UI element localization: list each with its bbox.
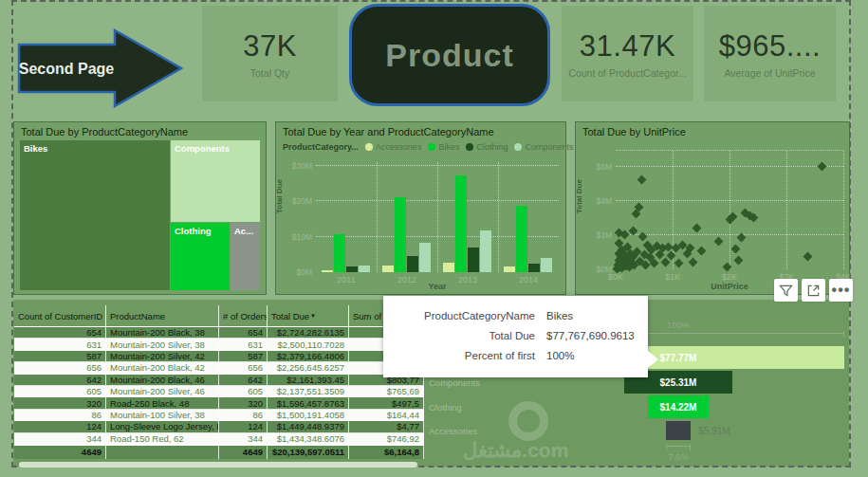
kpi-label: Count of ProductCategor...: [568, 67, 686, 79]
table-cell: Mountain-200 Black, 46: [106, 375, 219, 385]
bar-y-axis-label: Total Due: [275, 179, 284, 213]
kpi-value: $965....: [719, 29, 821, 64]
legend-item-clothing[interactable]: Clothing: [466, 142, 508, 152]
table-row[interactable]: 124Long-Sleeve Logo Jersey, L124$1,449,4…: [14, 421, 424, 432]
bar-chart-legend: ProductCategory... AccessoriesBikesCloth…: [283, 142, 573, 152]
table-cell: Mountain-200 Black, 38: [106, 327, 219, 338]
funnel-bar-clothing[interactable]: $14.22M: [648, 395, 709, 418]
bar-components-2012[interactable]: [419, 243, 431, 272]
col-header-productname[interactable]: ProductName: [106, 305, 219, 326]
bar-clothing-2013[interactable]: [468, 248, 479, 272]
table-row[interactable]: 86Mountain-100 Silver, 3886$1,500,191.40…: [14, 410, 424, 421]
bar-accessories-2011[interactable]: [322, 270, 333, 272]
table-cell: $2,500,110.7028: [268, 339, 349, 349]
table-cell: 642: [219, 375, 268, 385]
legend-item-components[interactable]: Components: [514, 142, 573, 152]
table-cell: $1,449,448.9379: [268, 421, 349, 431]
bar-components-2014[interactable]: [541, 258, 552, 272]
kpi-card-avg-unitprice[interactable]: $965.... Average of UnitPrice: [704, 6, 836, 101]
bar-x-axis-label: Year: [316, 282, 559, 291]
bar-bikes-2012[interactable]: [395, 197, 406, 272]
legend-item-bikes[interactable]: Bikes: [428, 142, 459, 152]
tooltip-value: $77,767,690.9613: [546, 326, 638, 346]
table-horizontal-scrollbar[interactable]: [19, 462, 417, 468]
tooltip-label: ProductCategoryName: [393, 306, 535, 326]
scatter-point[interactable]: [667, 251, 676, 261]
table-cell: 631: [14, 339, 106, 349]
legend-dot-icon: [365, 143, 373, 151]
scatter-title: Total Due by UnitPrice: [582, 126, 686, 138]
table-cell: $164,44: [349, 410, 424, 420]
table-cell: $2,379,166.4806: [268, 351, 349, 361]
treemap-visual: Total Due by ProductCategoryName Bikes C…: [13, 121, 267, 295]
table-row[interactable]: 587Mountain-200 Silver, 42587$2,379,166.…: [14, 351, 424, 362]
treemap-tile-components[interactable]: Components: [171, 140, 260, 222]
bar-accessories-2014[interactable]: [504, 266, 515, 272]
kpi-card-category-count[interactable]: 31.47K Count of ProductCategor...: [562, 6, 693, 101]
bar-components-2011[interactable]: [359, 266, 370, 272]
product-page-button[interactable]: Product: [349, 4, 550, 106]
bar-components-2013[interactable]: [480, 230, 491, 273]
table-cell: 587: [14, 351, 106, 361]
treemap-title: Total Due by ProductCategoryName: [21, 126, 188, 138]
bar-bikes-2011[interactable]: [334, 234, 345, 272]
table-row[interactable]: 642Mountain-200 Black, 46642$2,161,393.4…: [14, 375, 424, 386]
treemap-tile-clothing[interactable]: Clothing: [171, 223, 230, 290]
table-cell: $2,137,551.3509: [268, 386, 349, 396]
tooltip-pointer: [648, 351, 658, 368]
treemap-tile-bikes[interactable]: Bikes: [20, 140, 170, 290]
scatter-point[interactable]: [637, 231, 647, 241]
table-row[interactable]: 654Mountain-200 Black, 38654$2,724,282.6…: [14, 327, 424, 339]
col-header-orders[interactable]: # of Orders: [219, 305, 268, 326]
bar-bikes-2014[interactable]: [516, 206, 527, 272]
scatter-point[interactable]: [696, 246, 706, 255]
sort-descending-icon: ▾: [311, 312, 315, 320]
scatter-point[interactable]: [674, 259, 683, 268]
scatter-point[interactable]: [650, 259, 659, 268]
funnel-bar-accessories[interactable]: [666, 421, 692, 440]
table-row[interactable]: 605Mountain-200 Silver, 46605$2,137,551.…: [14, 386, 424, 397]
col-header-customer-count[interactable]: Count of CustomerID: [14, 305, 106, 326]
treemap-tile-accessories[interactable]: Ac...: [231, 223, 260, 290]
gridline: [729, 151, 730, 269]
funnel-last-bracket: [666, 446, 692, 447]
legend-dot-icon: [514, 143, 522, 151]
table-cell: 86: [14, 410, 106, 420]
scatter-point[interactable]: [688, 257, 697, 266]
table-row[interactable]: 631Mountain-200 Silver, 38631$2,500,110.…: [14, 339, 424, 350]
table-cell: Mountain-200 Silver, 42: [106, 351, 219, 361]
table-cell: 344: [219, 433, 268, 444]
legend-dot-icon: [428, 143, 435, 151]
col-header-total-due[interactable]: Total Due▾: [268, 305, 349, 326]
bar-clothing-2012[interactable]: [407, 256, 418, 272]
scatter-point[interactable]: [692, 223, 701, 232]
scatter-y-axis-label: Total Due: [575, 179, 583, 213]
table-cell: 631: [219, 339, 268, 349]
scatter-point[interactable]: [713, 236, 723, 246]
bar-bikes-2013[interactable]: [455, 175, 467, 272]
kpi-card-total-qty[interactable]: 37K Total Qty: [202, 6, 338, 101]
scatter-point[interactable]: [730, 245, 740, 254]
bar-plot: $0M$10M$20M$30M2011201220132014: [316, 162, 559, 272]
filter-icon[interactable]: [774, 279, 798, 302]
bar-accessories-2012[interactable]: [382, 266, 394, 272]
table-row[interactable]: 656Mountain-200 Black, 42656$2,256,645.6…: [14, 362, 424, 374]
scatter-point[interactable]: [817, 161, 826, 171]
table-row[interactable]: 344Road-150 Red, 62344$1,434,348.6076$74…: [14, 433, 424, 445]
table-cell: $2,161,393.45: [268, 375, 349, 385]
legend-item-accessories[interactable]: Accessories: [365, 142, 422, 152]
second-page-nav-button[interactable]: Second Page: [17, 28, 184, 108]
bar-clothing-2011[interactable]: [346, 266, 358, 272]
legend-item-label: Accessories: [376, 142, 422, 152]
scatter-point[interactable]: [803, 252, 813, 262]
focus-mode-icon[interactable]: [802, 279, 825, 302]
table-row[interactable]: 320Road-250 Black, 48320$1,596,457.8763$…: [14, 397, 424, 409]
kpi-label: Total Qty: [250, 67, 289, 79]
scatter-point[interactable]: [637, 175, 646, 185]
table-cell: $746,92: [349, 433, 424, 444]
table-cell: Mountain-200 Black, 42: [106, 362, 219, 373]
scatter-point[interactable]: [733, 255, 743, 265]
bar-clothing-2014[interactable]: [528, 264, 540, 272]
more-options-icon[interactable]: •••: [829, 279, 853, 302]
bar-accessories-2013[interactable]: [443, 263, 454, 273]
